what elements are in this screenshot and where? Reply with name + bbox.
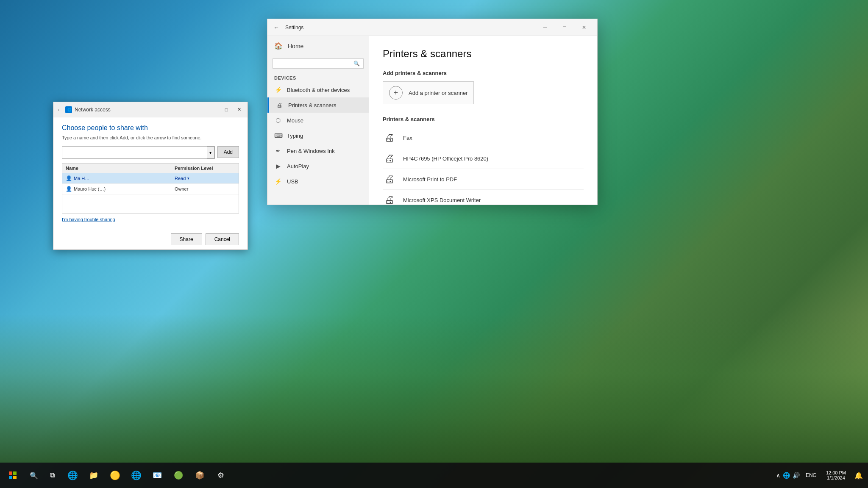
task-view-icon: ⧉	[50, 471, 55, 479]
language-indicator[interactable]: ENG	[804, 472, 818, 478]
pen-icon: ✒	[274, 147, 282, 154]
search-taskbar-icon: 🔍	[30, 471, 38, 480]
printer-name-fax: Fax	[403, 135, 412, 141]
clock-time: 12:00 PM	[826, 470, 846, 475]
svg-rect-5	[13, 476, 17, 479]
table-cell-perm-0[interactable]: Read ▾	[171, 174, 239, 183]
taskbar-mail-icon[interactable]: 📧	[147, 463, 168, 488]
taskbar: 🔍 ⧉ 🌐 📁 🟡 🌐 📧 🟢 📦 ⚙ ∧ 🌐 🔊 ENG 12:00 PM 1…	[0, 463, 868, 488]
add-printer-button[interactable]: + Add a printer or scanner	[383, 81, 474, 104]
dialog-name-input[interactable]	[62, 147, 207, 158]
hp-printer-icon: 🖨	[383, 152, 396, 164]
dialog-add-btn[interactable]: Add	[217, 146, 239, 158]
printer-name-hp: HP4C7695 (HP Officejet Pro 8620)	[403, 155, 488, 162]
trouble-sharing-link[interactable]: I'm having trouble sharing	[62, 217, 239, 222]
sidebar-item-printers[interactable]: 🖨 Printers & scanners	[267, 97, 369, 113]
sidebar-search-box: 🔍	[273, 58, 364, 69]
dialog-name-field-wrapper: ▾	[62, 146, 215, 159]
dialog-titlebar: ← 🌐 Network access ─ □ ✕	[53, 102, 248, 117]
network-tray-icon[interactable]: 🌐	[782, 471, 791, 480]
dialog-close-btn[interactable]: ✕	[233, 105, 245, 115]
taskbar-settings-icon[interactable]: ⚙	[210, 463, 231, 488]
dialog-app-icon: 🌐	[65, 106, 72, 113]
search-icon: 🔍	[353, 61, 360, 67]
printer-sidebar-icon: 🖨	[275, 102, 283, 108]
share-button[interactable]: Share	[171, 233, 202, 245]
dialog-table-header: Name Permission Level	[62, 164, 239, 173]
settings-minimize-btn[interactable]: ─	[535, 21, 555, 34]
sidebar-home-btn[interactable]: 🏠 Home	[267, 36, 369, 56]
sidebar-item-bluetooth-label: Bluetooth & other devices	[287, 87, 350, 93]
sidebar-home-label: Home	[288, 43, 303, 50]
dialog-footer: Share Cancel	[53, 229, 248, 250]
taskbar-right: ∧ 🌐 🔊 ENG 12:00 PM 1/1/2024 🔔	[775, 463, 868, 488]
sidebar-item-bluetooth[interactable]: ⚡ Bluetooth & other devices	[267, 82, 369, 97]
table-row[interactable]: 👤 Mauro Huc (…) Owner	[62, 184, 239, 194]
sidebar-item-usb-label: USB	[287, 178, 298, 185]
task-view-button[interactable]: ⧉	[42, 463, 62, 488]
user-icon-1: 👤	[66, 186, 72, 192]
sidebar-item-usb[interactable]: ⚡ USB	[267, 174, 369, 189]
table-row[interactable]: 👤 Ma H… Read ▾	[62, 173, 239, 184]
volume-tray-icon[interactable]: 🔊	[792, 471, 801, 480]
table-col-name: Name	[62, 164, 171, 173]
cancel-button[interactable]: Cancel	[206, 233, 239, 245]
settings-body: 🏠 Home 🔍 Devices ⚡ Bluetooth & other dev…	[267, 36, 597, 205]
bluetooth-icon: ⚡	[274, 86, 282, 93]
settings-title-text: Settings	[285, 25, 303, 30]
dialog-table: Name Permission Level 👤 Ma H… Read ▾ 👤 M…	[62, 163, 239, 214]
table-row-name-0: Ma H…	[74, 176, 89, 181]
settings-sidebar: 🏠 Home 🔍 Devices ⚡ Bluetooth & other dev…	[267, 36, 369, 205]
taskbar-ie-icon[interactable]: 🌐	[62, 463, 83, 488]
user-icon-0: 👤	[66, 175, 72, 181]
printer-name-pdf: Microsoft Print to PDF	[403, 176, 457, 183]
usb-icon: ⚡	[274, 178, 282, 185]
dialog-maximize-btn[interactable]: □	[220, 105, 232, 115]
page-title: Printers & scanners	[383, 48, 584, 60]
table-cell-name-1: 👤 Mauro Huc (…)	[62, 184, 171, 194]
sidebar-item-autoplay[interactable]: ▶ AutoPlay	[267, 158, 369, 174]
taskbar-store-icon[interactable]: 📦	[189, 463, 210, 488]
sidebar-item-typing-label: Typing	[287, 133, 303, 139]
network-access-dialog: ← 🌐 Network access ─ □ ✕ Choose people t…	[53, 102, 248, 250]
notification-area: ∧ 🌐 🔊	[775, 471, 801, 480]
taskbar-green-icon[interactable]: 🟢	[168, 463, 189, 488]
notification-bell-icon[interactable]: 🔔	[854, 471, 864, 480]
add-printer-label: Add a printer or scanner	[409, 90, 467, 96]
taskbar-yellow-icon[interactable]: 🟡	[104, 463, 125, 488]
settings-back-btn[interactable]: ←	[271, 24, 282, 31]
sidebar-item-pen[interactable]: ✒ Pen & Windows Ink	[267, 143, 369, 158]
sidebar-item-mouse-label: Mouse	[287, 117, 303, 124]
autoplay-icon: ▶	[274, 163, 282, 169]
printer-item-pdf[interactable]: 🖨 Microsoft Print to PDF	[383, 169, 584, 190]
search-button[interactable]: 🔍	[25, 463, 42, 488]
printer-item-hp[interactable]: 🖨 HP4C7695 (HP Officejet Pro 8620)	[383, 148, 584, 169]
printer-item-xps[interactable]: 🖨 Microsoft XPS Document Writer	[383, 190, 584, 205]
dialog-dropdown-btn[interactable]: ▾	[207, 147, 214, 158]
settings-titlebar: ← Settings ─ □ ✕	[267, 19, 597, 36]
taskbar-left: 🔍 ⧉ 🌐 📁 🟡 🌐 📧 🟢 📦 ⚙	[0, 463, 231, 488]
settings-close-btn[interactable]: ✕	[574, 21, 594, 34]
table-cell-perm-1: Owner	[171, 184, 239, 194]
table-cell-name-0: 👤 Ma H…	[62, 173, 171, 183]
taskbar-chrome-icon[interactable]: 🌐	[125, 463, 147, 488]
system-clock[interactable]: 12:00 PM 1/1/2024	[822, 470, 850, 480]
permission-value-0: Read	[175, 176, 186, 181]
svg-rect-4	[9, 476, 12, 479]
sidebar-item-mouse[interactable]: ⬡ Mouse	[267, 113, 369, 128]
start-button[interactable]	[0, 463, 25, 488]
printers-section-title: Printers & scanners	[383, 116, 584, 122]
sidebar-item-typing[interactable]: ⌨ Typing	[267, 128, 369, 143]
table-col-permission: Permission Level	[171, 164, 239, 173]
sidebar-search-input[interactable]	[276, 61, 353, 67]
settings-maximize-btn[interactable]: □	[555, 21, 574, 34]
svg-rect-3	[13, 471, 17, 475]
printer-item-fax[interactable]: 🖨 Fax	[383, 128, 584, 148]
mouse-icon: ⬡	[274, 117, 282, 124]
settings-window-controls: ─ □ ✕	[535, 21, 594, 34]
dialog-back-btn[interactable]: ←	[57, 106, 63, 113]
typing-icon: ⌨	[274, 132, 282, 139]
dialog-minimize-btn[interactable]: ─	[208, 105, 220, 115]
taskbar-explorer-icon[interactable]: 📁	[83, 463, 104, 488]
chevron-up-icon[interactable]: ∧	[775, 471, 781, 480]
